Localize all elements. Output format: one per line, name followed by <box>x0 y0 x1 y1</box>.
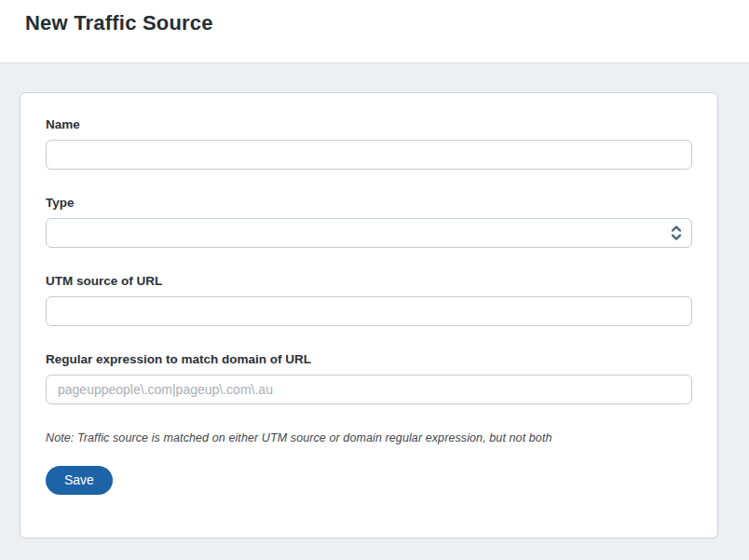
new-traffic-source-form-card: Name Type UTM source of URL Regular expr… <box>20 92 718 539</box>
name-field-group: Name <box>46 117 692 170</box>
utm-source-field-group: UTM source of URL <box>46 274 692 326</box>
save-button[interactable]: Save <box>46 466 113 495</box>
regex-label: Regular expression to match domain of UR… <box>46 352 692 366</box>
content-area: Name Type UTM source of URL Regular expr… <box>0 63 749 539</box>
regex-field-group: Regular expression to match domain of UR… <box>46 352 692 404</box>
name-label: Name <box>46 117 692 131</box>
regex-input[interactable] <box>46 375 692 404</box>
type-select[interactable] <box>46 218 692 248</box>
note-text: Note: Traffic source is matched on eithe… <box>46 431 692 444</box>
type-field-group: Type <box>46 196 692 248</box>
page-header: New Traffic Source <box>0 0 749 63</box>
utm-source-label: UTM source of URL <box>46 274 692 288</box>
type-select-wrap <box>46 218 692 248</box>
page-title: New Traffic Source <box>25 10 724 35</box>
type-label: Type <box>46 196 692 210</box>
utm-source-input[interactable] <box>46 296 692 326</box>
name-input[interactable] <box>46 140 692 170</box>
